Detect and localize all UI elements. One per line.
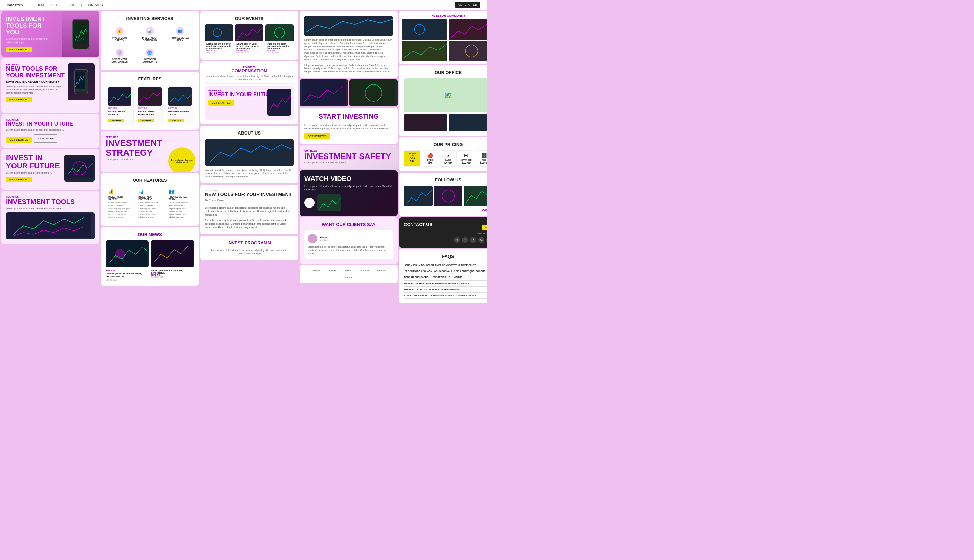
feature-card-1: Service INVESTMENT SAFETY Read More [105, 85, 134, 125]
invest-future-desc: Lorem ipsum dolor sit amet, consectetur … [6, 128, 95, 132]
pricing-basic[interactable]: $ Basic $4.99 [439, 150, 456, 167]
our-news-block: OUR NEWS INVESTING Lorem ipsum dolor sit… [101, 227, 199, 285]
svg-rect-8 [107, 240, 147, 267]
our-social-label: OUR SOCIAL [404, 232, 487, 235]
blog-body2: Phasellus ornare ligula aliquam, porta e… [205, 219, 294, 230]
pricing-plan-0-label: CHOOSE YOUR PLAN [406, 153, 418, 159]
faq-q1: LOREM IPSUM DOLOR SIT AMET CONSECTETUR A… [404, 264, 487, 266]
pricing-plan-2-price: $4.99 [442, 161, 454, 164]
watch-video-desc: Lorem ipsum dolor sit amet, consectetur … [304, 185, 393, 191]
pricing-plan-1-price: $0 [424, 161, 436, 164]
pricing-free[interactable]: 🍎 Free $0 [422, 150, 438, 167]
new-tools-cta[interactable]: GET STARTED [6, 97, 32, 102]
faq-item-5[interactable]: PROIN RUTRUM DOLOR NON ELIT FERMENTUM? [404, 287, 487, 293]
invest-future-block: FEATURES INVEST IN YOUR FUTURE Lorem ips… [2, 114, 99, 148]
invest-future-cta2[interactable]: READ MORE [34, 134, 57, 143]
office-photos [404, 114, 487, 131]
nav-home[interactable]: HOME [37, 3, 46, 7]
new-tools-title: NEW TOOLS FOR YOUR INVESTMENT [6, 65, 65, 79]
youtube-icon[interactable]: ▶ [486, 237, 487, 243]
long-article-block: Lorem ipsum dolor sit amet, consectetur … [300, 11, 398, 78]
linkedin-icon[interactable]: in [470, 237, 476, 243]
svg-rect-14 [266, 24, 293, 41]
clients-say-block: WAHT OUR CLIENTS SAY Alicia Analyst Lore… [300, 217, 398, 263]
nav-contacts[interactable]: CONTACTS [87, 3, 103, 7]
read-more-btn-1[interactable]: Read More [108, 119, 124, 122]
read-more-btn-3[interactable]: Read More [169, 119, 184, 122]
long-article-text2: Integer at volutpat. Lorem ipsum volutpa… [304, 63, 393, 73]
long-article-text: Lorem ipsum dolor sit amet, consectetur … [304, 38, 393, 62]
investment-tools-block: FEATURES INVESTMENT TOOLS Lorem ipsum do… [2, 191, 99, 244]
of-title-2: INVESTMENT PORTFOLIO [138, 196, 161, 200]
service-safety-name: INVESTMENT SAFETY [108, 37, 131, 41]
event-date-2: Dec 25, 2022 [236, 52, 262, 54]
about-us-title: ABOUT US [205, 130, 294, 135]
event-text-3: Phasellus feugiat pulvinar ante auctor n… [266, 41, 294, 55]
feature-tag-2: Service [138, 107, 161, 109]
hero-block: INVESTMENT TOOLS FOR YOU Lorem ipsum dol… [2, 11, 99, 57]
investing-services-block: INVESTING SERVICES 💰 INVESTMENT SAFETY 📊… [101, 11, 199, 70]
service-investor-community: 🌐 INVESTOR COMMUNITY [135, 46, 164, 65]
invest-future2-cta[interactable]: GET STARTED [6, 177, 32, 182]
our-office-title: OUR OFFICE [404, 70, 487, 75]
follow-img-1 [404, 186, 433, 206]
testimonial: Alicia Analyst Lorem ipsum dolor sit ame… [304, 230, 393, 258]
of-title-3: PROFESSIONAL TEAM [169, 196, 191, 200]
invest-future-tag: FEATURES [6, 118, 95, 121]
svg-rect-30 [451, 114, 487, 131]
nav-cta-button[interactable]: GET STARTED [455, 2, 480, 8]
phone-screen [74, 24, 87, 44]
news-item-1: INVESTING Lorem ipsum dolor sit amet, co… [105, 240, 149, 281]
pricing-pro[interactable]: 🗄️ Pro $19.99 [476, 150, 487, 167]
hero-cta-button[interactable]: GET STARTED [6, 47, 32, 52]
start-investing-cta[interactable]: GET STARTED [304, 133, 330, 139]
instagram-icon[interactable]: ◎ [478, 237, 484, 243]
facebook-icon[interactable]: f [462, 237, 468, 243]
of-text-1: Lorem ipsum dolor sit amet, consectetur … [108, 202, 131, 218]
service-portfolio-name: INVESTMENT PORTFOLIO [138, 37, 161, 41]
svg-rect-16 [267, 88, 291, 116]
of-card-1: 💰 INVESTMENT SAFETY Lorem ipsum dolor si… [105, 186, 134, 221]
new-tools-desc: Lorem ipsum dolor sit amet, consectetur … [6, 85, 65, 95]
event-title-1: Lorem ipsum dolor sit amet, consectetur … [206, 43, 232, 50]
feature-name-2: INVESTMENT PORTFOLIO [138, 110, 161, 116]
our-news-title: OUR NEWS [105, 232, 194, 237]
pricing-choose-plan[interactable]: CHOOSE YOUR PLAN $0 [404, 150, 420, 167]
twitter-icon[interactable]: 𝕏 [454, 237, 460, 243]
investment-tools-title: INVESTMENT TOOLS [6, 198, 95, 205]
of-card-2: 📊 INVESTMENT PORTFOLIO Lorem ipsum dolor… [135, 186, 164, 221]
invest-future-title: INVEST IN YOUR FUTURE [6, 121, 95, 127]
compensation-desc: Lorem ipsum dolor sit amet, consectetur … [205, 75, 294, 82]
svg-rect-22 [317, 194, 341, 211]
news-img-1 [105, 240, 149, 267]
new-tools-block: FEATURES NEW TOOLS FOR YOUR INVESTMENT S… [2, 58, 99, 113]
invest-programm-desc: Lorem ipsum dolor sit amet, consectetur … [205, 249, 294, 255]
investment-safety-icon: 💰 [116, 27, 124, 35]
right-col-title: INVESTOR COMMUNITY [402, 14, 487, 17]
contact-ok-btn[interactable]: OK [481, 225, 487, 230]
faq-item-6[interactable]: NAM ET NIBH RHONCUS PULVINAR SAPIEN CONU… [404, 293, 487, 299]
invest-future-cta1[interactable]: GET STARTED [6, 137, 32, 143]
features-cards: Service INVESTMENT SAFETY Read More Serv… [105, 85, 194, 125]
follow-img-2 [434, 186, 463, 206]
pricing-advanced[interactable]: ⊞ Advanced $12.99 [458, 150, 474, 167]
event-1: Lorem ipsum dolor sit amet, consectetur … [205, 24, 233, 55]
play-button[interactable]: ▶ [304, 198, 314, 208]
follow-grid [404, 186, 487, 206]
feature-name-1: INVESTMENT SAFETY [108, 110, 131, 116]
our-features-grid: 💰 INVESTMENT SAFETY Lorem ipsum dolor si… [105, 186, 194, 221]
svg-rect-6 [138, 88, 161, 105]
our-events-title: OUR EVENTS [205, 16, 294, 21]
our-features-block: OUR FEATURES 💰 INVESTMENT SAFETY Lorem i… [101, 173, 199, 226]
nav-features[interactable]: FEATURES [65, 3, 82, 7]
invest-big-cta[interactable]: GET STARTED [208, 100, 234, 106]
faq-item-3[interactable]: AENEAN PURUS ORCI, HENDRERIT EU PULVINAR… [404, 275, 487, 280]
logo-3: BrandC [342, 268, 356, 273]
faq-item-4[interactable]: PHASELLUS TRISTIQUE ELEMENTUM FRINGILLA … [404, 280, 487, 287]
read-more-btn-2[interactable]: Read More [138, 119, 154, 122]
faq-block: FAQs LOREM IPSUM DOLOR SIT AMET CONSECTE… [399, 249, 487, 303]
of-text-3: Lorem ipsum dolor sit amet, consectetur … [169, 202, 191, 218]
faq-item-2[interactable]: UT COMMODO LEO NON LACUS CONVALLIS PELLE… [404, 268, 487, 275]
faq-item-1[interactable]: LOREM IPSUM DOLOR SIT AMET CONSECTETUR A… [404, 262, 487, 268]
nav-about[interactable]: ABOUT [50, 3, 61, 7]
